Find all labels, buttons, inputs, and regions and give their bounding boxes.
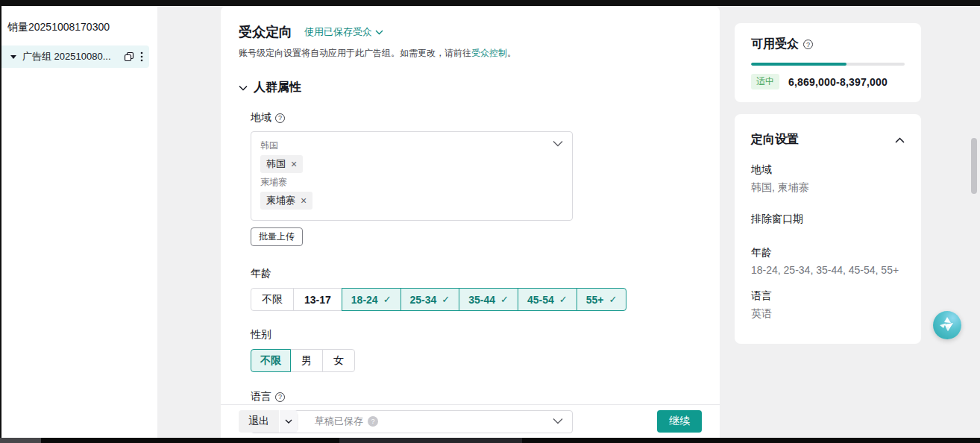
summary-label: 地域 — [751, 162, 905, 177]
campaign-sidebar: 销量20251008170300 广告组 202510080... — [1, 6, 157, 438]
exit-button[interactable]: 退出 — [239, 410, 279, 433]
audience-size-badge: 适中 — [751, 74, 779, 89]
summary-item-language: 语言 英语 — [751, 288, 905, 321]
summary-label: 年龄 — [751, 245, 905, 260]
summary-value: 英语 — [751, 305, 905, 321]
summary-item-age: 年龄 18-24, 25-34, 35-44, 45-54, 55+ — [751, 245, 905, 278]
age-option-18-24[interactable]: 18-24✓ — [342, 288, 401, 311]
age-option-25-34[interactable]: 25-34✓ — [401, 288, 460, 311]
summary-label: 排除窗口期 — [751, 211, 905, 226]
caret-down-icon[interactable] — [10, 55, 16, 59]
check-icon: ✓ — [383, 294, 392, 305]
location-tag: 韩国× — [260, 155, 303, 173]
summary-label: 语言 — [751, 288, 905, 303]
ai-assistant-button[interactable] — [933, 311, 961, 339]
check-icon: ✓ — [609, 294, 617, 305]
audience-targeting-panel: 受众定向 使用已保存受众 账号级定向设置将自动应用于此广告组。如需更改，请前往受… — [221, 6, 720, 438]
exit-split-button[interactable]: 退出 — [239, 410, 298, 433]
age-label-row: 年龄 — [251, 267, 702, 280]
location-label-row: 地域 ? — [251, 111, 702, 125]
help-icon[interactable]: ? — [803, 40, 813, 49]
window-bottom-edge — [0, 438, 980, 443]
gender-option-male[interactable]: 男 — [290, 349, 323, 372]
copy-icon[interactable] — [124, 51, 134, 62]
available-audience-title: 可用受众 — [751, 37, 799, 52]
demographics-section-toggle[interactable]: 人群属性 — [239, 80, 702, 95]
check-icon: ✓ — [500, 294, 509, 305]
exit-dropdown-toggle[interactable] — [280, 410, 298, 433]
scrollbar-thumb[interactable] — [971, 138, 977, 194]
chevron-down-icon — [375, 30, 383, 35]
use-saved-audience-label: 使用已保存受众 — [304, 25, 372, 39]
age-option-label: 25-34 — [410, 294, 437, 306]
window-top-edge — [0, 0, 980, 6]
remove-tag-icon[interactable]: × — [291, 159, 297, 169]
remove-tag-icon[interactable]: × — [301, 195, 307, 206]
audience-control-link[interactable]: 受众控制 — [471, 46, 507, 60]
targeting-summary-title: 定向设置 — [751, 132, 799, 148]
age-label: 年龄 — [251, 267, 271, 280]
gender-option-unlimited[interactable]: 不限 — [251, 349, 291, 372]
age-option-label: 35-44 — [468, 294, 495, 306]
age-option-55plus[interactable]: 55+✓ — [577, 288, 627, 311]
age-option-45-54[interactable]: 45-54✓ — [518, 288, 577, 311]
age-option-13-17[interactable]: 13-17 — [293, 288, 342, 311]
location-tag-label: 韩国 — [266, 157, 286, 171]
check-icon: ✓ — [559, 294, 568, 305]
location-tag: 柬埔寨× — [260, 192, 312, 210]
age-segmented-control: 不限 13-17 18-24✓ 25-34✓ 35-44✓ 45-54✓ 55+… — [251, 288, 626, 311]
gender-option-label: 不限 — [260, 354, 281, 368]
targeting-summary-card: 定向设置 地域 韩国, 柬埔寨 排除窗口期 年龄 18-24, 25-34, 3… — [735, 114, 921, 344]
audience-size-range: 6,869,000-8,397,000 — [788, 76, 888, 88]
age-option-35-44[interactable]: 35-44✓ — [459, 288, 518, 311]
chevron-down-icon — [239, 85, 248, 91]
description-text: 账号级定向设置将自动应用于此广告组。如需更改，请前往 — [239, 48, 471, 58]
draft-status: 草稿已保存 ? — [315, 415, 378, 428]
continue-button[interactable]: 继续 — [657, 410, 702, 433]
age-option-label: 55+ — [586, 294, 604, 306]
chevron-down-icon — [553, 140, 563, 147]
adgroup-label: 广告组 202510080... — [22, 50, 118, 63]
location-label: 地域 — [251, 111, 271, 125]
batch-upload-button[interactable]: 批量上传 — [251, 227, 303, 246]
location-tag-label: 柬埔寨 — [266, 194, 295, 207]
sidebar-item-adgroup[interactable]: 广告组 202510080... — [1, 45, 149, 68]
chevron-up-icon[interactable] — [895, 137, 905, 143]
taskbar-segment — [339, 438, 522, 443]
gender-label-row: 性别 — [251, 328, 702, 342]
age-option-label: 45-54 — [527, 294, 554, 306]
language-label: 语言 — [251, 390, 271, 403]
more-options-icon[interactable] — [140, 51, 143, 62]
targeting-description: 账号级定向设置将自动应用于此广告组。如需更改，请前往受众控制。 — [239, 46, 702, 60]
summary-value: 18-24, 25-34, 35-44, 45-54, 55+ — [751, 262, 905, 278]
summary-item-location: 地域 韩国, 柬埔寨 — [751, 162, 905, 195]
check-icon: ✓ — [442, 294, 450, 305]
page-title: 受众定向 — [239, 22, 292, 42]
draft-status-text: 草稿已保存 — [315, 415, 363, 428]
gender-option-label: 男 — [301, 354, 312, 368]
location-group-label: 柬埔寨 — [260, 176, 548, 189]
spark-crystal-icon — [937, 315, 957, 335]
use-saved-audience-link[interactable]: 使用已保存受众 — [304, 25, 383, 39]
help-icon[interactable]: ? — [368, 416, 378, 427]
location-select[interactable]: 韩国 韩国× 柬埔寨 柬埔寨× — [251, 131, 573, 221]
age-option-label: 18-24 — [351, 294, 378, 306]
gender-label: 性别 — [251, 328, 271, 342]
available-audience-card: 可用受众 ? 适中 6,869,000-8,397,000 — [735, 23, 921, 102]
help-icon[interactable]: ? — [275, 392, 285, 402]
age-option-label: 不限 — [262, 293, 283, 307]
description-suffix: 。 — [507, 48, 516, 58]
gender-option-label: 女 — [333, 354, 344, 368]
audience-progress-fill — [751, 63, 846, 66]
age-option-unlimited[interactable]: 不限 — [251, 288, 294, 311]
audience-size-meter — [751, 63, 905, 66]
gender-option-female[interactable]: 女 — [322, 349, 355, 372]
location-group-label: 韩国 — [260, 139, 548, 152]
help-icon[interactable]: ? — [275, 113, 285, 123]
gender-segmented-control: 不限 男 女 — [251, 349, 355, 372]
summary-item-exclusion-window: 排除窗口期 — [751, 211, 905, 226]
demographics-section-title: 人群属性 — [254, 80, 301, 95]
campaign-name: 销量20251008170300 — [1, 6, 157, 34]
wizard-footer: 退出 草稿已保存 ? 继续 — [221, 404, 720, 438]
summary-value: 韩国, 柬埔寨 — [751, 179, 905, 195]
